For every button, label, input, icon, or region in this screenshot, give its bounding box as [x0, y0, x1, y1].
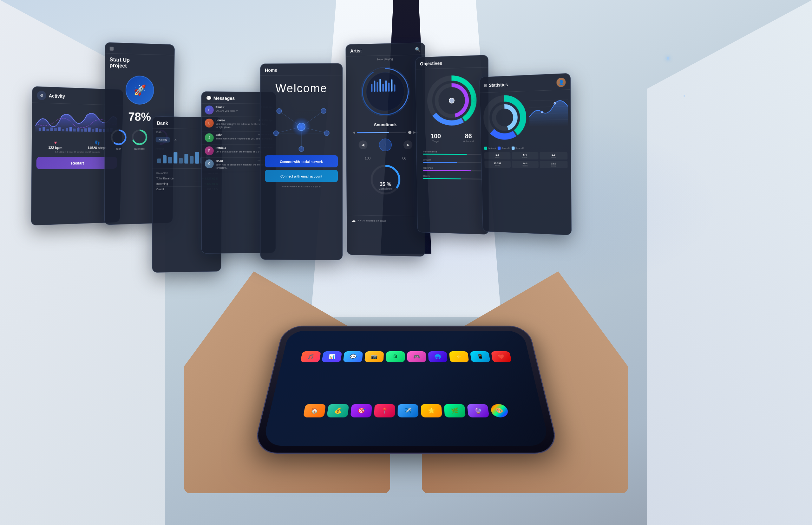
home-title: Home — [265, 68, 277, 73]
artist-header: Artist 🔍 — [346, 43, 425, 57]
svg-rect-11 — [80, 129, 83, 132]
app-icon-15[interactable]: ✈️ — [397, 404, 418, 418]
stat-num-5: 14.3 — [513, 162, 537, 165]
donut-tech: Tech — [110, 129, 128, 151]
credit-label: Credit — [157, 188, 164, 191]
chad-name: Chad — [216, 160, 223, 163]
obj-label-2: Achieved — [463, 140, 474, 142]
track-pos-value: 100 — [365, 156, 370, 160]
stats-grid-icon: ⊞ — [484, 83, 487, 88]
connect-buttons: Connect with social network Connect with… — [261, 155, 342, 182]
svg-rect-33 — [195, 152, 199, 164]
signin-link[interactable]: Already have an account ? Sign in — [261, 182, 342, 191]
activity-title: Activity — [49, 93, 65, 99]
svg-point-47 — [274, 131, 279, 136]
screen-statistics: ⊞ Statistics 👤 — [479, 73, 572, 235]
svg-point-71 — [472, 99, 475, 102]
app-icon-11[interactable]: 🏠 — [303, 404, 326, 418]
stat-lbl-3: metric — [541, 156, 566, 158]
svg-rect-60 — [394, 84, 395, 91]
svg-rect-6 — [62, 129, 64, 131]
stat-val-2: 5.4 metric — [512, 152, 538, 160]
stat-3-fill — [423, 170, 471, 171]
settings-icon[interactable]: ⚙ — [37, 91, 46, 100]
bank-activity-tab[interactable]: Activity — [156, 137, 170, 142]
connect-social-label: Connect with social network — [280, 160, 323, 164]
app-icon-2[interactable]: 📊 — [322, 351, 342, 362]
pause-button[interactable]: ⏸ — [379, 138, 392, 151]
stat-num-6: 21.0 — [541, 162, 566, 165]
bank-other-tab[interactable]: A — [172, 137, 180, 142]
app-icon-8[interactable]: ⚡ — [449, 351, 469, 362]
welcome-area: Welcome — [261, 75, 342, 98]
connect-social-button[interactable]: Connect with social network — [265, 155, 338, 167]
stat-val-1: 1.8 metric — [484, 152, 511, 160]
svg-rect-58 — [388, 83, 389, 92]
donut-chart-business — [131, 129, 148, 146]
stat-4: Users — [420, 174, 485, 182]
svg-rect-2 — [46, 129, 49, 131]
app-icon-13[interactable]: 🎯 — [350, 404, 372, 418]
svg-rect-52 — [371, 84, 372, 92]
svg-rect-12 — [84, 129, 87, 132]
stat-val-4: 13.136 metric — [484, 161, 510, 168]
prev-button[interactable]: ◀ — [358, 140, 367, 149]
incoming-label: Incoming — [157, 182, 168, 185]
app-icon-colorwheel[interactable]: 🎨 — [490, 404, 509, 418]
track-name: Soundtrack — [374, 122, 397, 127]
stat-val-3: 2.0 metric — [540, 152, 568, 160]
statistics-title: Statistics — [489, 82, 508, 88]
next-button[interactable]: ▶ — [403, 140, 412, 149]
app-icon-1[interactable]: 🎵 — [300, 351, 321, 362]
app-icon-5[interactable]: 🗓 — [386, 351, 405, 362]
app-icon-4[interactable]: 📷 — [365, 351, 384, 362]
app-icon-14[interactable]: 📍 — [374, 404, 395, 418]
svg-rect-56 — [382, 84, 384, 92]
messages-header-left: 💬 Messages — [206, 95, 235, 101]
prev-arrow[interactable]: ◀ — [353, 131, 355, 134]
app-icon-3[interactable]: 💬 — [343, 351, 363, 362]
user-avatar: 👤 — [556, 78, 565, 87]
legend-light: Series C — [511, 147, 524, 150]
svg-rect-27 — [163, 155, 166, 163]
avatar-chad: C — [205, 160, 214, 168]
track-progress-bar[interactable] — [357, 132, 406, 133]
svg-point-49 — [299, 147, 304, 152]
progress-thumb[interactable] — [408, 131, 411, 134]
music-visualizer-area — [346, 62, 425, 120]
stat-num-2: 5.4 — [513, 153, 537, 156]
svg-rect-7 — [66, 128, 68, 131]
search-icon[interactable]: 🔍 — [415, 47, 420, 52]
stat-val-5: 14.3 metric — [512, 161, 538, 168]
stat-1-bar — [423, 154, 482, 155]
stat-val-6: 21.0 metric — [540, 161, 568, 168]
svg-rect-30 — [179, 158, 183, 163]
statistics-header-left: ⊞ Statistics — [484, 82, 508, 88]
connect-email-button[interactable]: Connect with email account — [265, 170, 338, 182]
obj-value-1: 100 Target — [430, 133, 441, 142]
app-icon-7[interactable]: 🌐 — [428, 351, 447, 362]
app-icon-17[interactable]: 🌿 — [444, 404, 466, 418]
app-icon-6[interactable]: 🎮 — [407, 351, 426, 362]
legend-blue: Series B — [498, 147, 510, 150]
app-icon-18[interactable]: 🔮 — [467, 404, 489, 418]
app-icon-10[interactable]: ❤️ — [491, 351, 512, 362]
john-name: John — [216, 133, 223, 136]
app-icon-9[interactable]: 📱 — [470, 351, 490, 362]
stats-line-chart-col — [529, 93, 568, 141]
app-icon-12[interactable]: 💰 — [327, 404, 349, 418]
svg-rect-13 — [88, 127, 91, 132]
track-progress-fill — [357, 132, 389, 133]
stats-line-chart — [529, 93, 568, 127]
svg-point-77 — [514, 116, 517, 119]
home-header: Home — [261, 63, 342, 75]
svg-point-45 — [277, 108, 282, 114]
startup-title-area: Start Up project — [105, 53, 174, 73]
svg-rect-16 — [99, 129, 102, 132]
app-icon-16[interactable]: ⭐ — [421, 404, 442, 418]
legend-light-dot — [511, 147, 515, 150]
track-progress-area: ◀ ▶▶ — [346, 129, 425, 136]
svg-rect-15 — [95, 128, 98, 132]
stats-donut-col — [483, 94, 527, 141]
stat-lbl-5: metric — [513, 165, 537, 167]
